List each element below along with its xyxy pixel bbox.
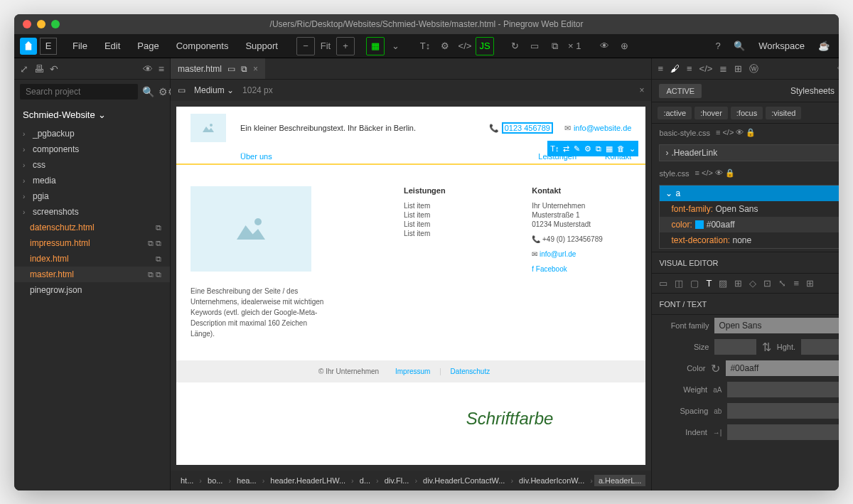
font-family-input[interactable] [714, 318, 839, 333]
rule-headerlink[interactable]: › .HeaderLink [660, 145, 839, 161]
chevron-down-icon[interactable]: ⌄ [386, 37, 404, 55]
sel-dup-icon[interactable]: ⧉ [596, 144, 601, 154]
refresh-icon[interactable]: ↻ [711, 362, 720, 375]
indent-input[interactable] [727, 424, 839, 440]
pseudo-hover[interactable]: :hover [694, 107, 728, 119]
facebook-link[interactable]: Facebook [536, 265, 567, 273]
page-canvas[interactable]: Ein kleiner Beschreibungstext. Ihr Bäcke… [176, 107, 645, 465]
tree-folder[interactable]: ›media [14, 173, 170, 188]
text-tool-icon[interactable]: T↕ [416, 37, 434, 55]
footer-impressum[interactable]: Impressum [395, 368, 430, 375]
pseudo-visited[interactable]: :visited [766, 107, 801, 119]
zoom-in-icon[interactable]: + [336, 37, 355, 55]
sel-more-icon[interactable]: ⌄ [629, 144, 635, 154]
js-icon[interactable]: JS [476, 37, 494, 55]
sliders-icon[interactable]: ≡ [658, 63, 663, 74]
header-email-link[interactable]: info@website.de [574, 124, 632, 132]
coffee-icon[interactable]: ☕ [815, 37, 833, 55]
bc-item[interactable]: d... [355, 475, 375, 486]
ve-border-icon[interactable]: ▢ [690, 278, 699, 289]
tree-folder[interactable]: ›css [14, 157, 170, 173]
menu-support[interactable]: Support [238, 38, 285, 54]
device-icon[interactable]: ▭ [525, 37, 544, 55]
font-text-section[interactable]: FONT / TEXT⌄ [652, 294, 839, 315]
tree-folder[interactable]: ›pgia [14, 188, 170, 204]
bc-item[interactable]: hea... [232, 475, 261, 486]
fit-label[interactable]: Fit [316, 37, 335, 55]
bc-item-active[interactable]: a.HeaderL... [594, 475, 646, 486]
undo-icon[interactable]: ↶ [50, 63, 58, 75]
footer-datenschutz[interactable]: Datenschutz [451, 368, 490, 375]
viewport-close-icon[interactable]: × [639, 85, 644, 95]
prop-color[interactable]: color:#00aaff⋮ [660, 217, 839, 232]
eye2-icon[interactable]: 👁 [837, 63, 839, 74]
height-input[interactable] [801, 339, 839, 355]
weight-input[interactable] [727, 382, 839, 397]
rule-a-selected[interactable]: ⌄ a [660, 186, 839, 201]
active-tab[interactable]: ACTIVE [659, 84, 702, 98]
tree-file[interactable]: index.html⧉ [14, 251, 170, 267]
e-toggle[interactable]: E [40, 38, 57, 55]
maximize-window-button[interactable] [51, 20, 60, 28]
tree-file-selected[interactable]: master.html⧉ ⧉ [14, 267, 170, 282]
zoom-out-icon[interactable]: − [296, 37, 315, 55]
bc-item[interactable]: bo... [203, 475, 227, 486]
sel-move-icon[interactable]: ⇄ [563, 144, 569, 154]
contact-email[interactable]: info@url.de [540, 250, 576, 258]
tree-folder[interactable]: ›screenshots [14, 204, 170, 220]
eye-icon[interactable]: 👁 [143, 63, 153, 75]
menu-components[interactable]: Components [169, 38, 236, 54]
viewport-device-icon[interactable]: ▭ [178, 85, 186, 95]
tree-folder[interactable]: ›components [14, 141, 170, 157]
chevron-down-icon[interactable]: ⌄ [837, 107, 839, 118]
stylesheets-dropdown[interactable]: Stylesheets ⌄ 🔍 [790, 86, 839, 96]
ve-more-icon[interactable]: ⊞ [806, 278, 814, 289]
ve-box-icon[interactable]: ▭ [659, 278, 667, 289]
sel-trash-icon[interactable]: 🗑 [617, 144, 625, 153]
pseudo-focus[interactable]: :focus [731, 107, 763, 119]
brush-icon[interactable]: 🖌 [670, 63, 680, 74]
project-name[interactable]: Schmied-Website ⌄ [14, 104, 170, 126]
sel-grid-icon[interactable]: ▦ [606, 144, 613, 154]
copy-icon[interactable]: ⧉ [545, 37, 564, 55]
minimize-window-button[interactable] [37, 20, 45, 28]
sel-link-icon[interactable]: ⚙ [584, 144, 591, 154]
size-input[interactable] [714, 339, 756, 355]
close-window-button[interactable] [23, 20, 31, 28]
ve-flex-icon[interactable]: ⊞ [734, 278, 742, 289]
tree-file[interactable]: impressum.html⧉ ⧉ [14, 235, 170, 251]
list2-icon[interactable]: ≡ [687, 63, 692, 74]
wp-icon[interactable]: ⓦ [749, 63, 758, 75]
plugin-icon[interactable]: ⊞ [734, 63, 742, 74]
print-icon[interactable]: 🖶 [34, 63, 44, 75]
spacing-input[interactable] [727, 403, 839, 419]
menu-page[interactable]: Page [130, 38, 166, 54]
panel-icon[interactable]: ⤢ [20, 63, 28, 75]
tree-file[interactable]: pinegrow.json [14, 282, 170, 298]
ve-margin-icon[interactable]: ◫ [675, 278, 683, 289]
logo-placeholder[interactable] [191, 114, 226, 142]
prop-text-decoration[interactable]: text-decoration: none [660, 232, 839, 248]
hero-image-placeholder[interactable] [191, 186, 311, 272]
menu-file[interactable]: File [65, 38, 95, 54]
ve-text-icon[interactable]: T [706, 278, 712, 289]
bc-item[interactable]: div.HeaderIconW... [515, 475, 589, 486]
layers-icon[interactable]: ≣ [719, 63, 727, 74]
sel-edit-icon[interactable]: ✎ [574, 144, 580, 154]
sel-text-icon[interactable]: T↕ [550, 144, 559, 153]
visual-editor-header[interactable]: VISUAL EDITOR⌄⌄ [652, 252, 839, 274]
search-global-icon[interactable]: 🔍 [730, 37, 749, 55]
ve-pos-icon[interactable]: ◇ [749, 278, 756, 289]
app-logo[interactable] [20, 38, 37, 55]
bc-item[interactable]: header.HeaderLHW... [266, 475, 350, 486]
menu-edit[interactable]: Edit [97, 38, 127, 54]
color-input[interactable] [726, 360, 839, 376]
ve-list-icon[interactable]: ≡ [793, 278, 799, 289]
bc-item[interactable]: div.HeaderLContactW... [419, 475, 509, 486]
more-icon[interactable]: ⋮ [837, 220, 839, 230]
search-icon[interactable]: 🔍 [142, 86, 154, 97]
refresh-icon[interactable]: ↻ [505, 37, 524, 55]
css-file-2[interactable]: style.css ≡ </> 👁 🔒 [652, 164, 839, 182]
pseudo-active[interactable]: :active [658, 107, 692, 119]
tree-file[interactable]: datenschutz.html⧉ [14, 220, 170, 235]
